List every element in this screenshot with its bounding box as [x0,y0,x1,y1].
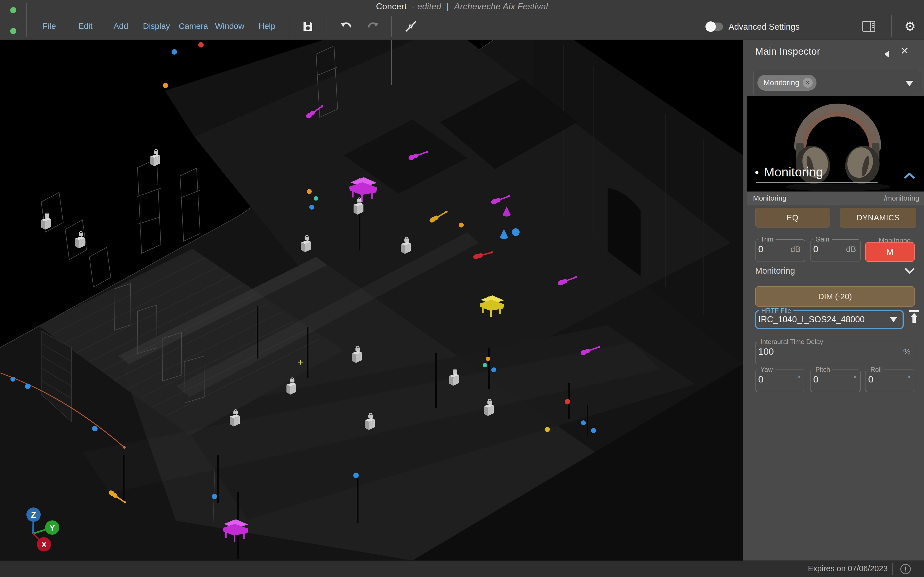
menu-file[interactable]: File [43,21,56,31]
scene-object-sphere[interactable] [198,42,204,48]
license-expiry-text: Expires on 07/06/2023 [808,564,888,573]
menu-display[interactable]: Display [143,21,170,31]
yaw-field[interactable]: Yaw 0 ° [755,366,805,392]
main-inspector-panel: Main Inspector × Monitoring × [743,40,924,561]
gain-unit: dB [846,245,856,254]
collapse-view-button[interactable] [404,20,417,33]
advanced-settings-toggle[interactable] [706,23,723,31]
gain-value[interactable]: 0 [813,244,819,255]
save-icon [302,20,314,32]
status-led-2 [10,28,16,34]
object-filter-select[interactable]: Monitoring × [753,70,921,95]
hrtf-file-select[interactable]: HRTF File IRC_1040_I_SOS24_48000 [755,307,904,329]
pitch-value[interactable]: 0 [813,374,819,385]
toolbar-divider-2 [326,16,327,37]
filter-tag-chip[interactable]: Monitoring × [758,75,816,91]
scene-object-sphere[interactable] [483,363,487,367]
caption-underline [756,182,877,183]
status-divider [892,563,893,575]
remove-tag-icon[interactable]: × [803,78,813,88]
gain-field[interactable]: Gain 0 dB [810,235,861,262]
scene-object-sphere[interactable] [92,426,98,431]
trim-label: Trim [758,235,775,243]
dim-button[interactable]: DIM (-20) [755,286,915,307]
selection-bullet-icon: ● [754,168,759,176]
scene-object-sphere[interactable] [307,189,312,194]
pitch-unit: ° [853,374,856,382]
scene-object-sphere[interactable] [545,427,550,432]
scene-object-speaker[interactable] [41,213,51,230]
monitoring-mute-button[interactable]: M [865,242,915,262]
settings-button[interactable]: ⚙ [903,20,917,33]
selected-object-name: ● Monitoring [754,164,823,179]
inspector-title: Main Inspector [755,46,821,56]
osc-path-label: /monitoring [884,194,919,203]
hrtf-upload-button[interactable] [908,309,920,324]
scene-object-sphere[interactable] [491,367,496,372]
title-edited-flag: - edited [412,2,441,11]
monitoring-section-header[interactable]: Monitoring [755,264,915,277]
toolbar-divider-1 [289,16,289,37]
scene-object-sphere[interactable] [486,357,490,361]
filter-tag-label: Monitoring [764,78,800,87]
scene-object-sphere[interactable] [353,472,359,478]
scene-canvas[interactable]: Z Y X [0,40,743,561]
roll-label: Roll [868,366,884,373]
eq-button[interactable]: EQ [755,208,830,227]
scene-object-sphere[interactable] [512,228,520,236]
dynamics-button[interactable]: DYNAMICS [840,208,916,227]
scene-object-sphere[interactable] [459,222,464,227]
scene-object-sphere[interactable] [171,49,177,55]
menu-window[interactable]: Window [215,21,244,31]
interaural-time-delay-field[interactable]: Interaural Time Delay 100 % [755,338,915,364]
title-project-name: Archeveche Aix Festival [454,2,548,11]
scene-object-sphere[interactable] [25,384,31,389]
license-alert-icon[interactable]: ! [900,564,911,574]
menu-edit[interactable]: Edit [78,21,93,31]
trim-value[interactable]: 0 [758,244,764,255]
itd-value[interactable]: 100 [758,346,774,357]
undo-icon [340,21,353,32]
yaw-unit: ° [798,374,801,382]
roll-value[interactable]: 0 [868,374,874,385]
scene-object-sphere[interactable] [10,377,15,382]
yaw-label: Yaw [758,366,775,373]
panel-close-button[interactable]: × [901,44,909,57]
menu-add[interactable]: Add [113,21,128,31]
trim-field[interactable]: Trim 0 dB [755,235,805,262]
scene-object-sphere[interactable] [212,494,217,499]
viewport-3d[interactable]: Z Y X [0,40,743,561]
axis-y-label: Y [50,523,55,532]
chevron-up-icon[interactable] [904,172,915,179]
roll-field[interactable]: Roll 0 ° [865,366,915,392]
scene-object-sphere[interactable] [163,83,168,88]
scene-object-speaker[interactable] [75,232,85,248]
roll-unit: ° [908,374,911,382]
redo-icon [367,21,379,32]
app-window: Concert - edited | Archeveche Aix Festiv… [0,0,924,577]
scene-object-sphere[interactable] [591,428,596,433]
monitoring-section-title: Monitoring [755,266,795,276]
advanced-settings-label: Advanced Settings [729,22,800,32]
redo-button[interactable] [366,20,380,33]
scene-object-sphere[interactable] [309,205,314,210]
itd-label: Interaural Time Delay [758,338,825,346]
status-bar: Expires on 07/06/2023 ! [0,561,924,577]
panel-layout-button[interactable] [862,20,876,33]
save-button[interactable] [301,20,315,33]
scene-object-sphere[interactable] [314,196,318,201]
title-project-state: Concert [376,2,407,11]
menu-help[interactable]: Help [258,21,275,31]
undo-button[interactable] [340,20,353,33]
menu-camera[interactable]: Camera [179,21,208,31]
toolbar-divider-3 [391,16,392,37]
panel-collapse-arrow-icon[interactable] [884,50,889,58]
scene-object-sphere[interactable] [581,421,586,425]
object-path-bar: Monitoring /monitoring [747,192,924,205]
venue-model [0,40,743,561]
scene-object-speaker[interactable] [150,150,160,166]
gain-label: Gain [813,235,832,243]
pitch-field[interactable]: Pitch 0 ° [810,366,861,392]
yaw-value[interactable]: 0 [758,374,764,385]
scene-object-sphere[interactable] [565,399,570,405]
